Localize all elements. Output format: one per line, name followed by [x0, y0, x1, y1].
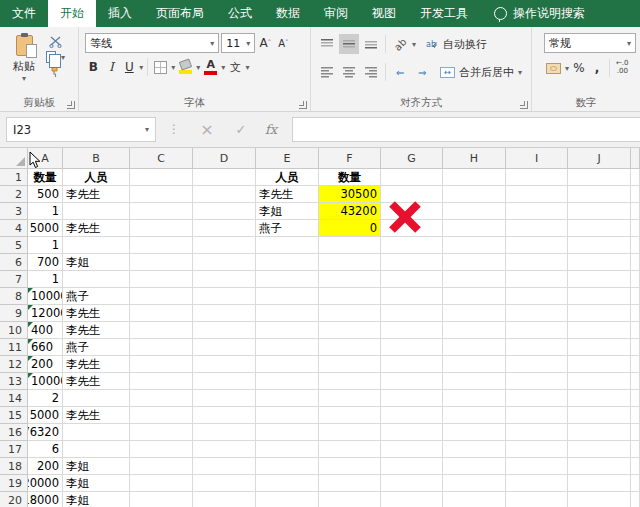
cell-C19[interactable] — [130, 475, 193, 492]
cell-F7[interactable] — [319, 271, 381, 288]
cell-B10[interactable]: 李先生 — [63, 322, 130, 339]
cell-partial-1[interactable] — [631, 169, 640, 186]
cell-partial-14[interactable] — [631, 390, 640, 407]
cell-D2[interactable] — [193, 186, 256, 203]
font-color-button[interactable]: A — [202, 58, 219, 76]
insert-function-button[interactable]: fx — [256, 117, 286, 142]
cell-E6[interactable] — [256, 254, 319, 271]
cell-D9[interactable] — [193, 305, 256, 322]
accounting-dropdown-arrow[interactable]: ▾ — [565, 64, 569, 73]
row-header-6[interactable]: 6 — [0, 254, 28, 271]
cell-B18[interactable]: 李姐 — [63, 458, 130, 475]
cell-H5[interactable] — [443, 237, 506, 254]
cell-partial-8[interactable] — [631, 288, 640, 305]
cell-I9[interactable] — [506, 305, 568, 322]
cell-F19[interactable] — [319, 475, 381, 492]
cell-I2[interactable] — [506, 186, 568, 203]
cell-G13[interactable] — [381, 373, 443, 390]
cell-F20[interactable] — [319, 492, 381, 507]
formula-input[interactable] — [292, 117, 640, 142]
cell-A19[interactable]: 20000 — [28, 475, 63, 492]
cell-A3[interactable]: 1 — [28, 203, 63, 220]
cell-H16[interactable] — [443, 424, 506, 441]
cell-E16[interactable] — [256, 424, 319, 441]
ribbon-tab-页面布局[interactable]: 页面布局 — [144, 0, 216, 27]
ribbon-tab-公式[interactable]: 公式 — [216, 0, 264, 27]
formula-bar-handle[interactable]: ⋮ — [168, 122, 180, 136]
cell-H2[interactable] — [443, 186, 506, 203]
cell-D19[interactable] — [193, 475, 256, 492]
cell-C16[interactable] — [130, 424, 193, 441]
cell-D10[interactable] — [193, 322, 256, 339]
cell-J12[interactable] — [568, 356, 631, 373]
cell-E15[interactable] — [256, 407, 319, 424]
cell-A9[interactable]: 12000 — [28, 305, 63, 322]
cell-E1[interactable]: 人员 — [256, 169, 319, 186]
cell-I12[interactable] — [506, 356, 568, 373]
cell-B2[interactable]: 李先生 — [63, 186, 130, 203]
fill-color-button[interactable] — [177, 58, 194, 76]
cell-partial-7[interactable] — [631, 271, 640, 288]
paste-dropdown-arrow[interactable]: ▾ — [22, 74, 26, 83]
enter-button[interactable]: ✓ — [226, 117, 256, 142]
cell-H13[interactable] — [443, 373, 506, 390]
cell-B11[interactable]: 燕子 — [63, 339, 130, 356]
select-all-button[interactable] — [0, 148, 28, 169]
cell-F5[interactable] — [319, 237, 381, 254]
cell-I13[interactable] — [506, 373, 568, 390]
shrink-font-button[interactable]: Aˇ — [275, 34, 291, 52]
column-header-C[interactable]: C — [130, 148, 193, 169]
cell-I20[interactable] — [506, 492, 568, 507]
cell-D16[interactable] — [193, 424, 256, 441]
cell-J14[interactable] — [568, 390, 631, 407]
row-header-17[interactable]: 17 — [0, 441, 28, 458]
cell-J19[interactable] — [568, 475, 631, 492]
cell-partial-20[interactable] — [631, 492, 640, 507]
cell-B17[interactable] — [63, 441, 130, 458]
cell-D20[interactable] — [193, 492, 256, 507]
cell-D12[interactable] — [193, 356, 256, 373]
cell-partial-11[interactable] — [631, 339, 640, 356]
cell-D6[interactable] — [193, 254, 256, 271]
cell-F17[interactable] — [319, 441, 381, 458]
cell-I15[interactable] — [506, 407, 568, 424]
borders-button[interactable] — [152, 58, 169, 76]
cell-J20[interactable] — [568, 492, 631, 507]
cell-D3[interactable] — [193, 203, 256, 220]
cell-C11[interactable] — [130, 339, 193, 356]
align-top-button[interactable] — [317, 34, 337, 54]
cell-G19[interactable] — [381, 475, 443, 492]
cell-A20[interactable]: 18000 — [28, 492, 63, 507]
merge-dropdown-arrow[interactable]: ▾ — [518, 68, 522, 77]
cell-partial-19[interactable] — [631, 475, 640, 492]
paste-button[interactable]: 粘贴 ▾ — [6, 33, 42, 95]
row-header-4[interactable]: 4 — [0, 220, 28, 237]
row-header-18[interactable]: 18 — [0, 458, 28, 475]
cell-I10[interactable] — [506, 322, 568, 339]
cell-B13[interactable]: 李先生 — [63, 373, 130, 390]
borders-dropdown-arrow[interactable]: ▾ — [171, 63, 175, 72]
cell-I6[interactable] — [506, 254, 568, 271]
cell-E2[interactable]: 李先生 — [256, 186, 319, 203]
row-header-12[interactable]: 12 — [0, 356, 28, 373]
orientation-button[interactable]: ab — [390, 34, 410, 54]
cell-F13[interactable] — [319, 373, 381, 390]
font-name-combo[interactable]: 等线▾ — [85, 33, 219, 53]
cell-H19[interactable] — [443, 475, 506, 492]
cell-H8[interactable] — [443, 288, 506, 305]
ribbon-tab-视图[interactable]: 视图 — [360, 0, 408, 27]
cell-B16[interactable] — [63, 424, 130, 441]
cell-G8[interactable] — [381, 288, 443, 305]
row-header-2[interactable]: 2 — [0, 186, 28, 203]
cell-F11[interactable] — [319, 339, 381, 356]
cell-E17[interactable] — [256, 441, 319, 458]
phonetic-guide-button[interactable]: 文 — [227, 58, 243, 76]
cut-button[interactable] — [46, 36, 65, 48]
column-header-I[interactable]: I — [506, 148, 568, 169]
cell-D8[interactable] — [193, 288, 256, 305]
copy-button[interactable]: ▾ — [46, 51, 65, 63]
cell-H18[interactable] — [443, 458, 506, 475]
cell-J5[interactable] — [568, 237, 631, 254]
cell-B14[interactable] — [63, 390, 130, 407]
cell-J15[interactable] — [568, 407, 631, 424]
